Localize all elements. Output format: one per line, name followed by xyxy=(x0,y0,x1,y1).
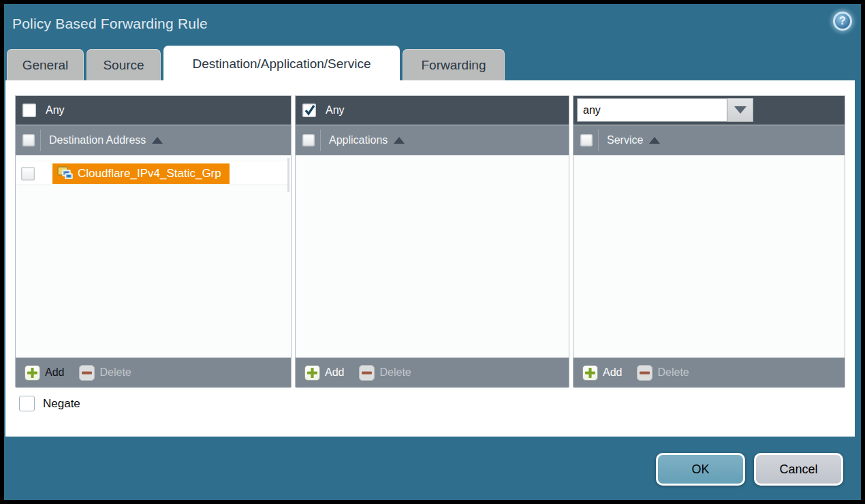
applications-any-label: Any xyxy=(326,104,345,116)
add-icon[interactable] xyxy=(304,365,320,381)
service-header-label[interactable]: Service xyxy=(607,134,643,146)
select-all-checkbox[interactable] xyxy=(22,134,35,146)
service-dropdown-input[interactable] xyxy=(577,98,727,122)
selected-address-chip[interactable]: Cloudflare_IPv4_Static_Grp xyxy=(52,163,230,184)
minus-glyph xyxy=(640,368,650,378)
tab-forwarding[interactable]: Forwarding xyxy=(403,49,505,82)
negate-checkbox[interactable] xyxy=(19,396,35,411)
destination-address-header: Destination Address xyxy=(16,125,291,155)
tab-content-panel: Any Destination Address xyxy=(5,80,855,437)
service-dropdown[interactable] xyxy=(577,98,753,122)
select-all-checkbox[interactable] xyxy=(580,134,593,146)
service-list xyxy=(573,155,845,358)
sort-ascending-icon[interactable] xyxy=(394,137,405,144)
address-row-checkbox[interactable] xyxy=(21,167,35,180)
pbf-rule-dialog: Policy Based Forwarding Rule ? General S… xyxy=(4,4,861,500)
applications-any-checkbox[interactable] xyxy=(302,104,316,117)
header-divider xyxy=(320,129,321,151)
help-icon[interactable]: ? xyxy=(833,12,852,31)
destination-any-bar: Any xyxy=(16,96,291,125)
plus-glyph xyxy=(27,368,37,378)
select-all-checkbox[interactable] xyxy=(302,134,315,146)
chevron-down-icon xyxy=(734,106,746,114)
tab-label: General xyxy=(22,58,69,73)
add-button[interactable]: Add xyxy=(603,366,622,379)
sort-ascending-icon[interactable] xyxy=(152,137,163,144)
add-icon[interactable] xyxy=(25,365,40,381)
address-group-name: Cloudflare_IPv4_Static_Grp xyxy=(78,167,221,180)
cancel-button[interactable]: Cancel xyxy=(754,453,843,486)
service-header: Service xyxy=(573,125,845,155)
negate-option: Negate xyxy=(19,396,80,411)
delete-icon[interactable] xyxy=(359,365,375,381)
tab-destination-application-service[interactable]: Destination/Application/Service xyxy=(163,46,400,82)
delete-button[interactable]: Delete xyxy=(657,366,689,379)
add-button[interactable]: Add xyxy=(45,366,64,379)
check-icon xyxy=(304,104,316,117)
service-dropdown-button[interactable] xyxy=(727,98,753,122)
destination-address-list: Cloudflare_IPv4_Static_Grp xyxy=(16,155,291,358)
applications-column: Any Applications Add xyxy=(295,95,569,387)
add-button[interactable]: Add xyxy=(325,366,344,379)
address-row[interactable]: Cloudflare_IPv4_Static_Grp xyxy=(16,162,291,185)
sort-ascending-icon[interactable] xyxy=(649,137,660,144)
tab-general[interactable]: General xyxy=(7,49,84,82)
tab-label: Destination/Application/Service xyxy=(193,57,371,72)
plus-glyph xyxy=(585,368,595,378)
add-icon[interactable] xyxy=(582,365,598,381)
header-divider xyxy=(40,129,41,151)
applications-any-bar: Any xyxy=(296,96,569,125)
destination-address-header-label[interactable]: Destination Address xyxy=(49,134,146,146)
plus-glyph xyxy=(307,368,317,378)
scrollbar-thumb[interactable] xyxy=(287,158,289,192)
service-footer: Add Delete xyxy=(573,358,845,388)
address-group-icon xyxy=(57,166,73,180)
tab-label: Source xyxy=(103,58,144,73)
dialog-title: Policy Based Forwarding Rule xyxy=(12,16,208,32)
applications-header-label[interactable]: Applications xyxy=(329,134,388,146)
ok-button[interactable]: OK xyxy=(656,453,745,486)
destination-any-label: Any xyxy=(46,104,65,116)
minus-glyph xyxy=(82,368,92,378)
delete-icon[interactable] xyxy=(637,365,652,381)
negate-label: Negate xyxy=(43,397,80,411)
delete-button[interactable]: Delete xyxy=(379,366,411,379)
service-any-bar xyxy=(573,96,845,125)
tab-source[interactable]: Source xyxy=(86,49,161,82)
header-divider xyxy=(598,129,599,151)
delete-icon[interactable] xyxy=(79,365,95,381)
applications-footer: Add Delete xyxy=(296,358,569,388)
destination-any-checkbox[interactable] xyxy=(22,104,36,117)
applications-list xyxy=(296,155,569,358)
destination-address-column: Any Destination Address xyxy=(15,95,292,387)
service-column: Service Add Delete xyxy=(573,95,845,387)
applications-header: Applications xyxy=(296,125,569,155)
minus-glyph xyxy=(362,368,372,378)
delete-button[interactable]: Delete xyxy=(99,366,131,379)
destination-footer: Add Delete xyxy=(16,358,291,388)
tab-label: Forwarding xyxy=(421,58,486,73)
